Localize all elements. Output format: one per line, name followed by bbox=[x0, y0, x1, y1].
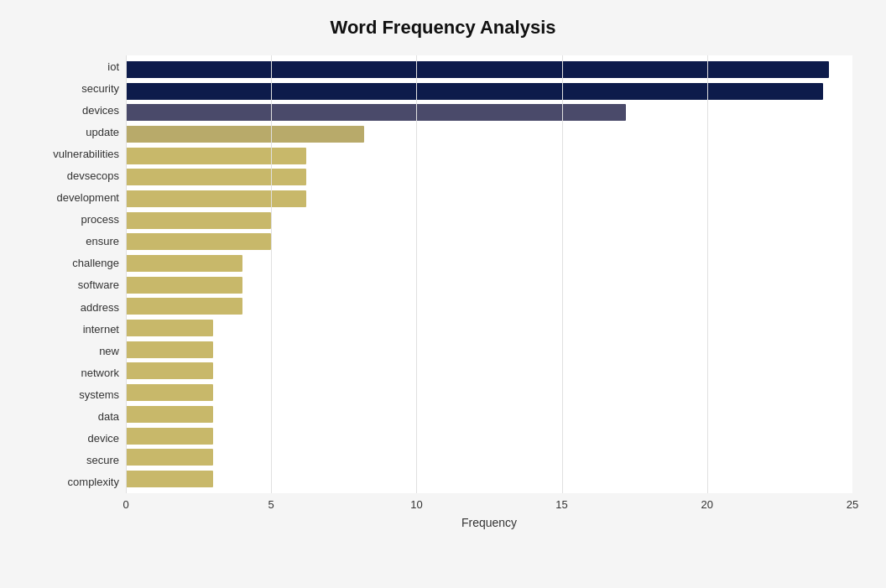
x-tick-5: 5 bbox=[268, 498, 274, 511]
chart-title: Word Frequency Analysis bbox=[34, 17, 852, 39]
x-tick-25: 25 bbox=[847, 498, 858, 511]
chart-plot bbox=[126, 55, 852, 493]
bar-internet bbox=[126, 320, 213, 336]
bar-row bbox=[126, 146, 852, 166]
y-label-challenge: challenge bbox=[34, 252, 119, 274]
bar-row bbox=[126, 189, 852, 209]
bar-row bbox=[126, 124, 852, 144]
x-tick-20: 20 bbox=[701, 498, 713, 511]
x-tick-10: 10 bbox=[410, 498, 422, 511]
y-label-device: device bbox=[34, 428, 119, 450]
bar-development bbox=[126, 190, 306, 207]
x-axis-title: Frequency bbox=[461, 516, 517, 529]
bar-row bbox=[126, 211, 852, 231]
bar-row bbox=[126, 361, 852, 381]
y-label-process: process bbox=[34, 209, 119, 231]
bar-row bbox=[126, 340, 852, 360]
bar-iot bbox=[126, 61, 829, 78]
y-label-iot: iot bbox=[34, 55, 119, 77]
bar-new bbox=[126, 341, 213, 358]
bar-challenge bbox=[126, 255, 242, 272]
bar-row bbox=[126, 60, 852, 80]
y-label-network: network bbox=[34, 362, 119, 383]
bar-row bbox=[126, 232, 852, 252]
y-label-new: new bbox=[34, 340, 119, 362]
y-label-ensure: ensure bbox=[34, 231, 119, 252]
bar-devsecops bbox=[126, 169, 306, 185]
y-label-software: software bbox=[34, 274, 119, 296]
y-label-vulnerabilities: vulnerabilities bbox=[34, 143, 119, 164]
bar-devices bbox=[126, 104, 626, 121]
bar-row bbox=[126, 275, 852, 295]
bar-row bbox=[126, 167, 852, 187]
chart-container: Word Frequency Analysis iotsecuritydevic… bbox=[0, 0, 886, 588]
y-label-secure: secure bbox=[34, 450, 119, 471]
bar-row bbox=[126, 404, 852, 424]
bar-row bbox=[126, 469, 852, 489]
x-tick-15: 15 bbox=[555, 498, 567, 511]
bar-row bbox=[126, 447, 852, 467]
y-label-security: security bbox=[34, 77, 119, 99]
y-label-devices: devices bbox=[34, 99, 119, 121]
bar-process bbox=[126, 212, 271, 229]
bar-vulnerabilities bbox=[126, 148, 306, 164]
bar-update bbox=[126, 126, 364, 143]
bar-row bbox=[126, 81, 852, 101]
y-axis-labels: iotsecuritydevicesupdatevulnerabilitiesd… bbox=[34, 55, 126, 493]
bar-security bbox=[126, 83, 823, 100]
bar-row bbox=[126, 318, 852, 338]
bar-systems bbox=[126, 384, 213, 401]
bar-row bbox=[126, 382, 852, 403]
bar-row bbox=[126, 102, 852, 122]
bar-ensure bbox=[126, 233, 271, 250]
y-label-development: development bbox=[34, 187, 119, 209]
bar-complexity bbox=[126, 471, 213, 487]
x-tick-0: 0 bbox=[122, 498, 128, 511]
bar-row bbox=[126, 253, 852, 273]
y-label-systems: systems bbox=[34, 383, 119, 405]
bar-address bbox=[126, 298, 242, 315]
bar-device bbox=[126, 428, 213, 445]
bar-secure bbox=[126, 449, 213, 466]
y-label-update: update bbox=[34, 121, 119, 143]
bar-row bbox=[126, 426, 852, 446]
bar-row bbox=[126, 296, 852, 316]
bar-software bbox=[126, 277, 242, 294]
y-label-complexity: complexity bbox=[34, 471, 119, 493]
y-label-address: address bbox=[34, 296, 119, 318]
bar-data bbox=[126, 406, 213, 423]
y-label-internet: internet bbox=[34, 318, 119, 340]
bar-network bbox=[126, 362, 213, 379]
y-label-data: data bbox=[34, 406, 119, 428]
y-label-devsecops: devsecops bbox=[34, 164, 119, 186]
